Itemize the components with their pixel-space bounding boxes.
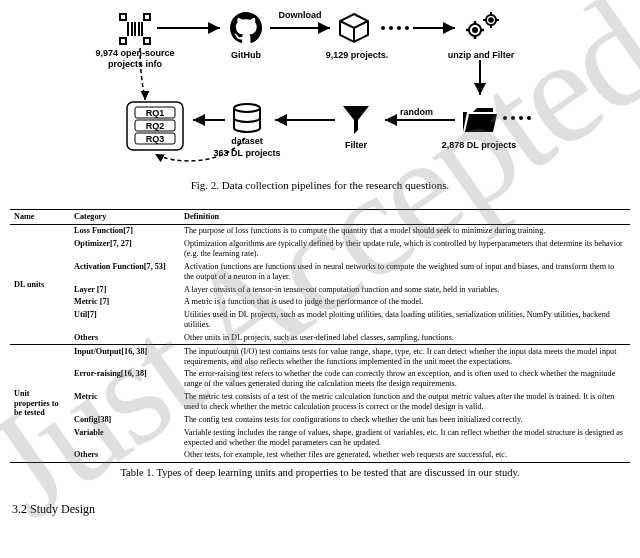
category-cell: Loss Function[7] <box>70 224 180 237</box>
category-cell: Others <box>70 331 180 344</box>
table-row: MetricThe metric test consists of a test… <box>10 391 630 414</box>
header-name: Name <box>10 210 70 225</box>
definition-cell: Other tests, for example, test whether f… <box>180 449 630 462</box>
category-cell: Variable <box>70 426 180 449</box>
svg-text:projects info: projects info <box>108 59 163 69</box>
table-row: OthersOther units in DL projects, such a… <box>10 331 630 344</box>
units-table: Name Category Definition DL unitsLoss Fu… <box>10 209 630 463</box>
category-cell: Metric [7] <box>70 296 180 309</box>
header-category: Category <box>70 210 180 225</box>
svg-point-12 <box>489 18 493 22</box>
svg-text:9,974 open-source: 9,974 open-source <box>95 48 174 58</box>
definition-cell: Utilities used in DL projects, such as m… <box>180 309 630 332</box>
svg-point-38 <box>519 116 523 120</box>
svg-point-24 <box>234 104 260 112</box>
table-row: Metric [7]A metric is a function that is… <box>10 296 630 309</box>
definition-cell: Optimization algorithms are typically de… <box>180 238 630 261</box>
svg-text:dataset: dataset <box>231 136 263 146</box>
category-cell: Optimizer[7, 27] <box>70 238 180 261</box>
svg-text:random: random <box>400 107 433 117</box>
category-cell: Layer [7] <box>70 283 180 296</box>
svg-point-36 <box>503 116 507 120</box>
svg-text:Download: Download <box>279 10 322 20</box>
header-definition: Definition <box>180 210 630 225</box>
pipeline-diagram: RQ1 RQ2 RQ3 Download 9,974 open-source p… <box>0 0 640 173</box>
svg-text:2,878 DL projects: 2,878 DL projects <box>442 140 516 150</box>
table-row: Error-raising[16, 38]The error-raising t… <box>10 368 630 391</box>
svg-text:RQ2: RQ2 <box>146 121 165 131</box>
svg-text:9,129 projects.: 9,129 projects. <box>326 50 389 60</box>
svg-text:RQ3: RQ3 <box>146 134 165 144</box>
section-heading: 3.2 Study Design <box>12 502 640 517</box>
svg-point-32 <box>381 26 385 30</box>
table-row: Config[38]The config test contains tests… <box>10 413 630 426</box>
definition-cell: A layer consists of a tensor-in tensor-o… <box>180 283 630 296</box>
category-cell: Activation Function[7, 53] <box>70 260 180 283</box>
category-cell: Config[38] <box>70 413 180 426</box>
table-row: Optimizer[7, 27]Optimization algorithms … <box>10 238 630 261</box>
table-row: VariableVariable testing includes the ra… <box>10 426 630 449</box>
svg-point-33 <box>389 26 393 30</box>
svg-point-34 <box>397 26 401 30</box>
group-name-cell: Unit properties to be tested <box>10 345 70 462</box>
svg-point-37 <box>511 116 515 120</box>
svg-point-39 <box>527 116 531 120</box>
table-row: DL unitsLoss Function[7]The purpose of l… <box>10 224 630 237</box>
table-row: OthersOther tests, for example, test whe… <box>10 449 630 462</box>
definition-cell: The input/output (I/O) test contains tes… <box>180 345 630 368</box>
definition-cell: A metric is a function that is used to j… <box>180 296 630 309</box>
svg-point-35 <box>405 26 409 30</box>
category-cell: Others <box>70 449 180 462</box>
category-cell: Error-raising[16, 38] <box>70 368 180 391</box>
definition-cell: The error-raising test refers to whether… <box>180 368 630 391</box>
definition-cell: The config test contains tests for confi… <box>180 413 630 426</box>
group-name-cell: DL units <box>10 224 70 344</box>
table-caption: Table 1. Types of deep learning units an… <box>0 467 640 478</box>
svg-text:unzip and Filter: unzip and Filter <box>448 50 515 60</box>
table-row: Layer [7]A layer consists of a tensor-in… <box>10 283 630 296</box>
table-row: Activation Function[7, 53]Activation fun… <box>10 260 630 283</box>
definition-cell: Variable testing includes the range of v… <box>180 426 630 449</box>
table-row: Util[7]Utilities used in DL projects, su… <box>10 309 630 332</box>
definition-cell: Activation functions are functions used … <box>180 260 630 283</box>
category-cell: Input/Output[16, 38] <box>70 345 180 368</box>
definition-cell: The purpose of loss functions is to comp… <box>180 224 630 237</box>
svg-text:GitHub: GitHub <box>231 50 261 60</box>
svg-text:RQ1: RQ1 <box>146 108 165 118</box>
table-row: Unit properties to be testedInput/Output… <box>10 345 630 368</box>
figure-caption: Fig. 2. Data collection pipelines for th… <box>0 179 640 191</box>
definition-cell: Other units in DL projects, such as user… <box>180 331 630 344</box>
svg-text:363 DL projects: 363 DL projects <box>214 148 281 158</box>
svg-text:Filter: Filter <box>345 140 368 150</box>
svg-point-6 <box>473 28 477 32</box>
category-cell: Util[7] <box>70 309 180 332</box>
definition-cell: The metric test consists of a test of th… <box>180 391 630 414</box>
category-cell: Metric <box>70 391 180 414</box>
